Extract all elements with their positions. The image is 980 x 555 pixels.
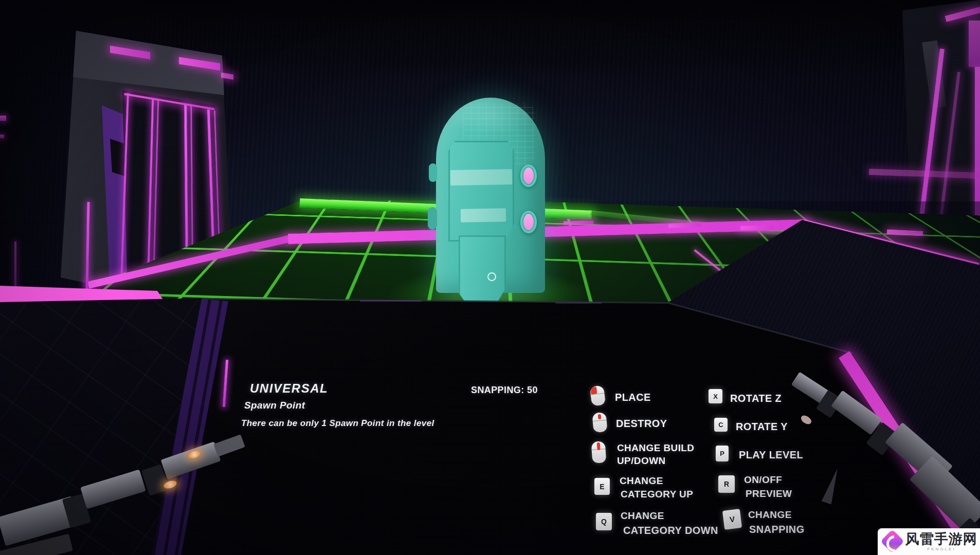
keycap-e: E (594, 478, 610, 495)
wall-accent-strip (740, 225, 774, 230)
control-label: PLACE (615, 392, 651, 403)
control-label: CHANGE (620, 475, 663, 487)
watermark-site-name: 风雷手游网 (905, 531, 977, 547)
capsule-port-light (520, 211, 537, 233)
keycap-r: R (718, 475, 735, 493)
neon-strip (0, 116, 6, 121)
arm-segment (160, 441, 221, 479)
watermark-logo-icon (881, 530, 903, 553)
control-label: DESTROY (616, 418, 667, 430)
capsule-side-bump (428, 207, 437, 230)
keycap-p: P (716, 446, 729, 461)
control-label: CATEGORY DOWN (623, 525, 718, 536)
capsule-bottom-dot (487, 272, 496, 281)
keycap-v: V (722, 509, 742, 530)
watermark: 风雷手游网 FENGLEI (878, 528, 980, 555)
control-label: UP/DOWN (617, 455, 666, 467)
watermark-site-name-latin: FENGLEI (927, 547, 955, 552)
keycap-x: X (709, 389, 722, 403)
right-robot-arm (771, 360, 946, 555)
category-title: UNIVERSAL (250, 381, 328, 396)
arm-tip (213, 434, 245, 457)
control-label: CATEGORY UP (621, 489, 693, 500)
control-label: CHANGE (621, 510, 664, 522)
neon-strip (0, 135, 4, 138)
left-corner-neon (14, 242, 16, 290)
spawn-point-capsule[interactable] (432, 91, 550, 297)
snapping-value: SNAPPING: 50 (471, 385, 538, 396)
capsule-door-lower (459, 235, 506, 302)
mouse-scroll-wheel-icon (591, 441, 607, 464)
arm-spike (822, 467, 843, 505)
panel-edge-glint (360, 300, 422, 302)
mouse-middle-click-icon (592, 412, 607, 433)
control-label: CHANGE BUILD (617, 442, 694, 454)
left-robot-arm (0, 401, 267, 555)
panel-edge-glint (555, 302, 602, 304)
capsule-door-upper (448, 141, 514, 242)
capsule-stripe (450, 169, 513, 186)
arm-segment (831, 390, 882, 435)
capsule-side-bump (429, 163, 437, 182)
watermark-text: 风雷手游网 FENGLEI (905, 531, 977, 552)
arm-segment (80, 469, 146, 509)
capsule-port-light (520, 164, 537, 187)
keycap-c: C (714, 418, 728, 432)
item-description: There can be only 1 Spawn Point in the l… (241, 418, 434, 429)
wall-accent-strip (668, 223, 701, 228)
capsule-stripe (461, 208, 506, 223)
doorway-accent (969, 21, 980, 67)
game-viewport[interactable]: UNIVERSAL Spawn Point There can be only … (0, 0, 980, 555)
arm-light (800, 414, 813, 426)
keycap-q: Q (596, 513, 612, 530)
